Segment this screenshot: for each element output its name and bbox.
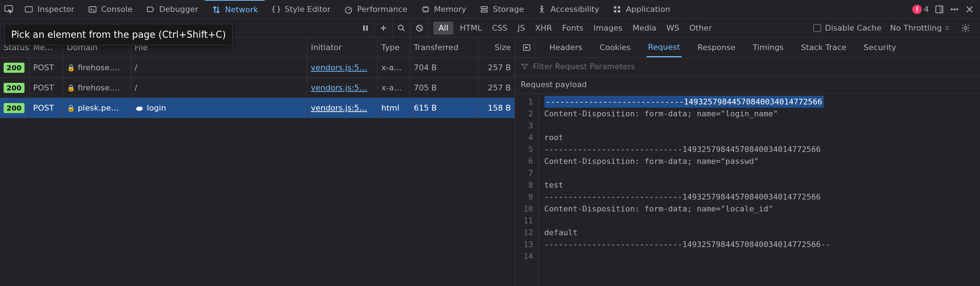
close-devtools-icon[interactable]	[965, 5, 974, 14]
column-size[interactable]: Size	[479, 37, 514, 57]
code-line[interactable]: -----------------------------14932579844…	[544, 96, 975, 108]
error-count-badge[interactable]: ! 4	[912, 5, 929, 14]
dock-icon[interactable]	[935, 5, 944, 14]
svg-rect-8	[614, 6, 617, 8]
filter-ws[interactable]: WS	[661, 19, 684, 37]
status-badge: 200	[3, 103, 24, 113]
filter-html[interactable]: HTML	[455, 19, 487, 37]
detail-tab-headers[interactable]: Headers	[548, 37, 584, 57]
application-icon	[612, 4, 622, 14]
svg-rect-1	[25, 6, 32, 12]
svg-rect-6	[481, 10, 487, 12]
filter-all[interactable]: All	[433, 22, 453, 35]
detail-tab-request[interactable]: Request	[647, 37, 681, 57]
code-line[interactable]: Content-Disposition: form-data; name="pa…	[544, 155, 975, 167]
block-icon[interactable]	[410, 19, 428, 37]
svg-rect-9	[618, 6, 621, 8]
filter-request-params[interactable]: Filter Request Parameters	[515, 58, 980, 76]
memory-icon	[420, 4, 431, 14]
tab-debugger[interactable]: Debugger	[139, 0, 205, 18]
code-line[interactable]: root	[544, 131, 975, 143]
request-payload-code[interactable]: 1234567891011121314 --------------------…	[515, 94, 980, 286]
code-line[interactable]: default	[544, 227, 975, 238]
storage-icon	[479, 4, 489, 14]
filter-images[interactable]: Images	[589, 19, 628, 37]
lock-icon: 🔒	[67, 104, 75, 112]
lock-icon: 🔒	[67, 84, 75, 91]
detail-tab-cookies[interactable]: Cookies	[598, 37, 632, 57]
perf-icon	[344, 4, 353, 14]
add-icon[interactable]	[374, 19, 393, 37]
element-picker-button[interactable]	[0, 0, 17, 18]
settings-gear-icon[interactable]	[958, 23, 973, 33]
svg-point-7	[541, 5, 542, 7]
tab-storage[interactable]: Storage	[473, 0, 530, 18]
code-line[interactable]	[544, 215, 975, 227]
debugger-icon	[145, 4, 156, 14]
tab-console[interactable]: Console	[81, 0, 139, 18]
network-icon	[212, 5, 221, 15]
filter-media[interactable]: Media	[628, 19, 661, 37]
devtools-toolbar: InspectorConsoleDebuggerNetworkStyle Edi…	[0, 0, 980, 19]
column-type[interactable]: Type	[378, 37, 410, 57]
throttling-select[interactable]: No Throttling	[890, 23, 950, 32]
svg-point-15	[953, 8, 955, 10]
request-row[interactable]: 200POST🔒firehose.…/vendors.js:5…x-a…704 …	[0, 58, 514, 78]
initiator-link[interactable]: vendors.js:5…	[311, 83, 367, 92]
code-line[interactable]: -----------------------------14932579844…	[544, 191, 975, 203]
svg-rect-13	[940, 6, 943, 13]
request-payload-label: Request payload	[515, 76, 980, 94]
disable-cache-checkbox[interactable]: Disable Cache	[813, 23, 881, 32]
svg-rect-17	[363, 25, 365, 30]
filter-css[interactable]: CSS	[487, 19, 513, 37]
svg-point-19	[398, 25, 403, 30]
meatball-menu-icon[interactable]	[950, 5, 959, 14]
request-row[interactable]: 200POST🔒firehose.…/vendors.js:5…x-a…705 …	[0, 78, 514, 98]
tab-application[interactable]: Application	[606, 0, 676, 18]
filter-js[interactable]: JS	[513, 19, 530, 37]
filter-xhr[interactable]: XHR	[530, 19, 557, 37]
tab-memory[interactable]: Memory	[414, 0, 473, 18]
style-icon	[271, 4, 281, 14]
inspector-icon	[24, 4, 34, 14]
console-icon	[88, 4, 97, 14]
initiator-link[interactable]: vendors.js:5…	[311, 63, 367, 72]
tab-accessibility[interactable]: Accessibility	[530, 0, 606, 18]
tab-performance[interactable]: Performance	[337, 0, 414, 18]
code-line[interactable]: -----------------------------14932579844…	[544, 238, 975, 250]
filter-fonts[interactable]: Fonts	[557, 19, 588, 37]
svg-point-16	[956, 8, 958, 10]
code-line[interactable]	[544, 167, 975, 179]
svg-point-14	[951, 8, 953, 10]
status-badge: 200	[3, 83, 24, 93]
code-line[interactable]: test	[544, 179, 975, 191]
svg-rect-5	[481, 6, 487, 8]
request-row[interactable]: 200POST🔒plesk.pe…loginvendors.js:5…html6…	[0, 98, 514, 118]
tab-network[interactable]: Network	[205, 0, 265, 18]
request-details-panel: HeadersCookiesRequestResponseTimingsStac…	[515, 37, 980, 286]
svg-rect-10	[614, 10, 617, 12]
code-line[interactable]: Content-Disposition: form-data; name="lo…	[544, 203, 975, 215]
toggle-raw-icon[interactable]	[519, 37, 535, 57]
detail-tab-stack-trace[interactable]: Stack Trace	[800, 37, 848, 57]
svg-rect-2	[89, 6, 96, 12]
tab-style-editor[interactable]: Style Editor	[265, 0, 337, 18]
network-requests-table: Status Me… Domain File Initiator Type Tr…	[0, 37, 515, 286]
filter-other[interactable]: Other	[684, 19, 717, 37]
detail-tab-response[interactable]: Response	[696, 37, 737, 57]
search-icon[interactable]	[393, 19, 410, 37]
svg-point-21	[964, 27, 967, 30]
pause-icon[interactable]	[356, 19, 374, 37]
tab-inspector[interactable]: Inspector	[17, 0, 81, 18]
svg-rect-18	[366, 25, 368, 30]
code-line[interactable]: -----------------------------14932579844…	[544, 143, 975, 155]
detail-tab-security[interactable]: Security	[862, 37, 897, 57]
svg-rect-4	[423, 7, 428, 11]
initiator-link[interactable]: vendors.js:5…	[311, 103, 367, 112]
detail-tab-timings[interactable]: Timings	[751, 37, 785, 57]
code-line[interactable]: Content-Disposition: form-data; name="lo…	[544, 108, 975, 120]
column-initiator[interactable]: Initiator	[307, 37, 378, 57]
column-transferred[interactable]: Transferred	[410, 37, 479, 57]
code-line[interactable]	[544, 120, 975, 131]
code-line[interactable]	[544, 250, 975, 262]
